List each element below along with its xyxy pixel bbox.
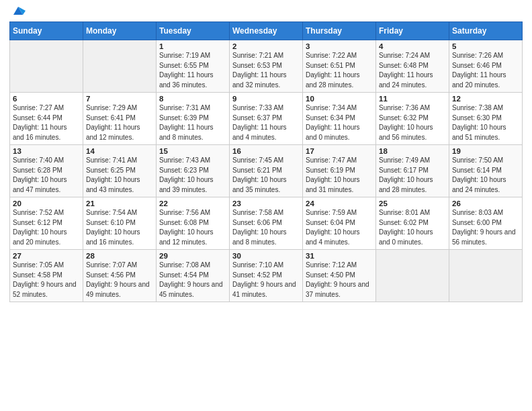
calendar-cell xyxy=(449,250,523,302)
calendar-cell: 18Sunrise: 7:49 AM Sunset: 6:17 PM Dayli… xyxy=(376,145,449,197)
day-number: 17 xyxy=(306,147,373,155)
day-info: Sunrise: 7:56 AM Sunset: 6:08 PM Dayligh… xyxy=(159,208,226,247)
page-container: SundayMondayTuesdayWednesdayThursdayFrid… xyxy=(0,0,532,306)
day-number: 23 xyxy=(232,199,300,208)
day-number: 26 xyxy=(452,199,519,208)
calendar-cell: 16Sunrise: 7:45 AM Sunset: 6:21 PM Dayli… xyxy=(230,145,303,197)
day-number: 5 xyxy=(452,42,519,50)
day-number: 21 xyxy=(86,199,153,208)
calendar-cell: 13Sunrise: 7:40 AM Sunset: 6:28 PM Dayli… xyxy=(10,145,83,197)
day-info: Sunrise: 7:59 AM Sunset: 6:04 PM Dayligh… xyxy=(306,208,373,247)
weekday-header-saturday: Saturday xyxy=(449,22,523,40)
day-info: Sunrise: 7:10 AM Sunset: 4:52 PM Dayligh… xyxy=(232,261,300,300)
day-info: Sunrise: 7:27 AM Sunset: 6:44 PM Dayligh… xyxy=(13,103,80,142)
day-info: Sunrise: 7:31 AM Sunset: 6:39 PM Dayligh… xyxy=(159,103,226,142)
day-number: 29 xyxy=(159,252,226,260)
weekday-header-sunday: Sunday xyxy=(10,22,83,40)
day-info: Sunrise: 7:21 AM Sunset: 6:53 PM Dayligh… xyxy=(232,51,300,90)
day-info: Sunrise: 7:05 AM Sunset: 4:58 PM Dayligh… xyxy=(13,261,80,300)
day-number: 15 xyxy=(159,147,226,155)
day-number: 3 xyxy=(306,42,373,50)
day-info: Sunrise: 7:34 AM Sunset: 6:34 PM Dayligh… xyxy=(306,103,373,142)
day-info: Sunrise: 8:03 AM Sunset: 6:00 PM Dayligh… xyxy=(452,208,519,247)
calendar-cell: 1Sunrise: 7:19 AM Sunset: 6:55 PM Daylig… xyxy=(157,40,230,93)
day-info: Sunrise: 7:08 AM Sunset: 4:54 PM Dayligh… xyxy=(159,261,226,300)
day-number: 19 xyxy=(452,147,519,155)
day-info: Sunrise: 7:47 AM Sunset: 6:19 PM Dayligh… xyxy=(306,156,373,195)
weekday-header-monday: Monday xyxy=(83,22,157,40)
day-info: Sunrise: 7:07 AM Sunset: 4:56 PM Dayligh… xyxy=(86,261,153,300)
day-number: 13 xyxy=(13,147,80,155)
calendar-cell: 8Sunrise: 7:31 AM Sunset: 6:39 PM Daylig… xyxy=(157,93,230,145)
calendar-cell: 28Sunrise: 7:07 AM Sunset: 4:56 PM Dayli… xyxy=(83,250,157,302)
calendar-cell: 10Sunrise: 7:34 AM Sunset: 6:34 PM Dayli… xyxy=(303,93,376,145)
day-info: Sunrise: 7:22 AM Sunset: 6:51 PM Dayligh… xyxy=(306,51,373,90)
day-number: 18 xyxy=(379,147,446,155)
calendar-cell: 25Sunrise: 8:01 AM Sunset: 6:02 PM Dayli… xyxy=(376,197,449,250)
calendar-cell: 4Sunrise: 7:24 AM Sunset: 6:48 PM Daylig… xyxy=(376,40,449,93)
calendar-cell: 19Sunrise: 7:50 AM Sunset: 6:14 PM Dayli… xyxy=(449,145,523,197)
day-number: 4 xyxy=(379,42,446,50)
calendar-table: SundayMondayTuesdayWednesdayThursdayFrid… xyxy=(9,21,523,302)
calendar-cell: 17Sunrise: 7:47 AM Sunset: 6:19 PM Dayli… xyxy=(303,145,376,197)
calendar-cell: 31Sunrise: 7:12 AM Sunset: 4:50 PM Dayli… xyxy=(303,250,376,302)
calendar-cell: 3Sunrise: 7:22 AM Sunset: 6:51 PM Daylig… xyxy=(303,40,376,93)
day-info: Sunrise: 7:26 AM Sunset: 6:46 PM Dayligh… xyxy=(452,51,519,90)
calendar-cell: 23Sunrise: 7:58 AM Sunset: 6:06 PM Dayli… xyxy=(230,197,303,250)
calendar-cell: 30Sunrise: 7:10 AM Sunset: 4:52 PM Dayli… xyxy=(230,250,303,302)
calendar-cell: 20Sunrise: 7:52 AM Sunset: 6:12 PM Dayli… xyxy=(10,197,83,250)
calendar-week-3: 13Sunrise: 7:40 AM Sunset: 6:28 PM Dayli… xyxy=(10,145,523,197)
day-info: Sunrise: 7:19 AM Sunset: 6:55 PM Dayligh… xyxy=(159,51,226,90)
day-info: Sunrise: 7:45 AM Sunset: 6:21 PM Dayligh… xyxy=(232,156,300,195)
day-number: 2 xyxy=(232,42,300,50)
day-number: 12 xyxy=(452,95,519,103)
logo-icon xyxy=(11,3,26,17)
day-number: 22 xyxy=(159,199,226,208)
day-number: 10 xyxy=(306,95,373,103)
day-info: Sunrise: 7:43 AM Sunset: 6:23 PM Dayligh… xyxy=(159,156,226,195)
day-info: Sunrise: 8:01 AM Sunset: 6:02 PM Dayligh… xyxy=(379,208,446,247)
calendar-cell xyxy=(83,40,157,93)
day-number: 30 xyxy=(232,252,300,260)
calendar-cell: 7Sunrise: 7:29 AM Sunset: 6:41 PM Daylig… xyxy=(83,93,157,145)
calendar-body: 1Sunrise: 7:19 AM Sunset: 6:55 PM Daylig… xyxy=(10,40,523,302)
day-info: Sunrise: 7:36 AM Sunset: 6:32 PM Dayligh… xyxy=(379,103,446,142)
calendar-cell: 24Sunrise: 7:59 AM Sunset: 6:04 PM Dayli… xyxy=(303,197,376,250)
day-number: 28 xyxy=(86,252,153,260)
calendar-cell: 22Sunrise: 7:56 AM Sunset: 6:08 PM Dayli… xyxy=(157,197,230,250)
calendar-cell: 2Sunrise: 7:21 AM Sunset: 6:53 PM Daylig… xyxy=(230,40,303,93)
day-number: 11 xyxy=(379,95,446,103)
day-info: Sunrise: 7:41 AM Sunset: 6:25 PM Dayligh… xyxy=(86,156,153,195)
day-info: Sunrise: 7:24 AM Sunset: 6:48 PM Dayligh… xyxy=(379,51,446,90)
calendar-week-2: 6Sunrise: 7:27 AM Sunset: 6:44 PM Daylig… xyxy=(10,93,523,145)
calendar-cell: 9Sunrise: 7:33 AM Sunset: 6:37 PM Daylig… xyxy=(230,93,303,145)
day-number: 20 xyxy=(13,199,80,208)
weekday-header-wednesday: Wednesday xyxy=(230,22,303,40)
day-info: Sunrise: 7:50 AM Sunset: 6:14 PM Dayligh… xyxy=(452,156,519,195)
calendar-cell: 27Sunrise: 7:05 AM Sunset: 4:58 PM Dayli… xyxy=(10,250,83,302)
day-number: 14 xyxy=(86,147,153,155)
day-number: 25 xyxy=(379,199,446,208)
calendar-cell: 5Sunrise: 7:26 AM Sunset: 6:46 PM Daylig… xyxy=(449,40,523,93)
day-info: Sunrise: 7:33 AM Sunset: 6:37 PM Dayligh… xyxy=(232,103,300,142)
calendar-week-1: 1Sunrise: 7:19 AM Sunset: 6:55 PM Daylig… xyxy=(10,40,523,93)
day-info: Sunrise: 7:58 AM Sunset: 6:06 PM Dayligh… xyxy=(232,208,300,247)
header-row xyxy=(9,7,523,17)
calendar-header: SundayMondayTuesdayWednesdayThursdayFrid… xyxy=(10,22,523,40)
calendar-cell: 11Sunrise: 7:36 AM Sunset: 6:32 PM Dayli… xyxy=(376,93,449,145)
calendar-cell xyxy=(376,250,449,302)
weekday-header-row: SundayMondayTuesdayWednesdayThursdayFrid… xyxy=(10,22,523,40)
calendar-cell: 21Sunrise: 7:54 AM Sunset: 6:10 PM Dayli… xyxy=(83,197,157,250)
calendar-cell: 6Sunrise: 7:27 AM Sunset: 6:44 PM Daylig… xyxy=(10,93,83,145)
day-number: 8 xyxy=(159,95,226,103)
day-info: Sunrise: 7:38 AM Sunset: 6:30 PM Dayligh… xyxy=(452,103,519,142)
day-info: Sunrise: 7:54 AM Sunset: 6:10 PM Dayligh… xyxy=(86,208,153,247)
day-number: 6 xyxy=(13,95,80,103)
calendar-cell: 15Sunrise: 7:43 AM Sunset: 6:23 PM Dayli… xyxy=(157,145,230,197)
calendar-cell xyxy=(10,40,83,93)
day-info: Sunrise: 7:12 AM Sunset: 4:50 PM Dayligh… xyxy=(306,261,373,300)
day-number: 27 xyxy=(13,252,80,260)
day-number: 16 xyxy=(232,147,300,155)
logo xyxy=(9,9,26,17)
calendar-cell: 29Sunrise: 7:08 AM Sunset: 4:54 PM Dayli… xyxy=(157,250,230,302)
